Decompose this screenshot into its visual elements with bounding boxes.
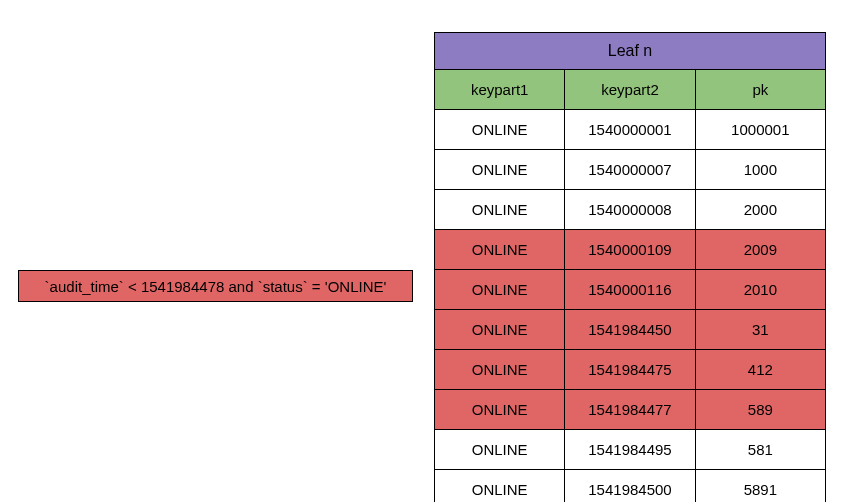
cell-keypart2: 1541984477 <box>565 390 695 430</box>
cell-keypart2: 1540000008 <box>565 190 695 230</box>
cell-keypart1: ONLINE <box>434 150 565 190</box>
cell-pk: 412 <box>696 350 826 390</box>
table-row: ONLINE1541984477589 <box>434 390 826 430</box>
cell-pk: 589 <box>696 390 826 430</box>
table-header-row: keypart1 keypart2 pk <box>434 70 826 110</box>
query-condition-box: `audit_time` < 1541984478 and `status` =… <box>18 270 413 302</box>
table-row: ONLINE154198445031 <box>434 310 826 350</box>
cell-pk: 31 <box>696 310 826 350</box>
cell-pk: 2010 <box>696 270 826 310</box>
table-row: ONLINE15400001092009 <box>434 230 826 270</box>
cell-keypart1: ONLINE <box>434 430 565 470</box>
query-condition-text: `audit_time` < 1541984478 and `status` =… <box>45 278 387 295</box>
cell-pk: 581 <box>696 430 826 470</box>
table-row: ONLINE1541984475412 <box>434 350 826 390</box>
cell-keypart2: 1540000109 <box>565 230 695 270</box>
table-row: ONLINE15400001162010 <box>434 270 826 310</box>
cell-keypart1: ONLINE <box>434 350 565 390</box>
col-header-keypart2: keypart2 <box>565 70 695 110</box>
table-row: ONLINE15400000011000001 <box>434 110 826 150</box>
cell-keypart2: 1541984500 <box>565 470 695 502</box>
cell-keypart2: 1541984450 <box>565 310 695 350</box>
col-header-pk: pk <box>696 70 826 110</box>
cell-keypart2: 1541984475 <box>565 350 695 390</box>
cell-keypart2: 1541984495 <box>565 430 695 470</box>
cell-keypart1: ONLINE <box>434 310 565 350</box>
cell-keypart1: ONLINE <box>434 230 565 270</box>
table-title-bar: Leaf n <box>434 32 826 70</box>
table-row: ONLINE15419845005891 <box>434 470 826 502</box>
table-row: ONLINE1541984495581 <box>434 430 826 470</box>
cell-pk: 5891 <box>696 470 826 502</box>
leaf-table: Leaf n keypart1 keypart2 pk ONLINE154000… <box>434 32 826 502</box>
cell-pk: 1000 <box>696 150 826 190</box>
cell-pk: 1000001 <box>696 110 826 150</box>
cell-keypart1: ONLINE <box>434 110 565 150</box>
cell-keypart1: ONLINE <box>434 190 565 230</box>
cell-keypart1: ONLINE <box>434 270 565 310</box>
table-row: ONLINE15400000071000 <box>434 150 826 190</box>
cell-pk: 2009 <box>696 230 826 270</box>
col-header-keypart1: keypart1 <box>434 70 565 110</box>
table-row: ONLINE15400000082000 <box>434 190 826 230</box>
cell-keypart1: ONLINE <box>434 390 565 430</box>
cell-keypart1: ONLINE <box>434 470 565 502</box>
cell-keypart2: 1540000007 <box>565 150 695 190</box>
cell-pk: 2000 <box>696 190 826 230</box>
cell-keypart2: 1540000116 <box>565 270 695 310</box>
table-title: Leaf n <box>608 42 652 60</box>
cell-keypart2: 1540000001 <box>565 110 695 150</box>
